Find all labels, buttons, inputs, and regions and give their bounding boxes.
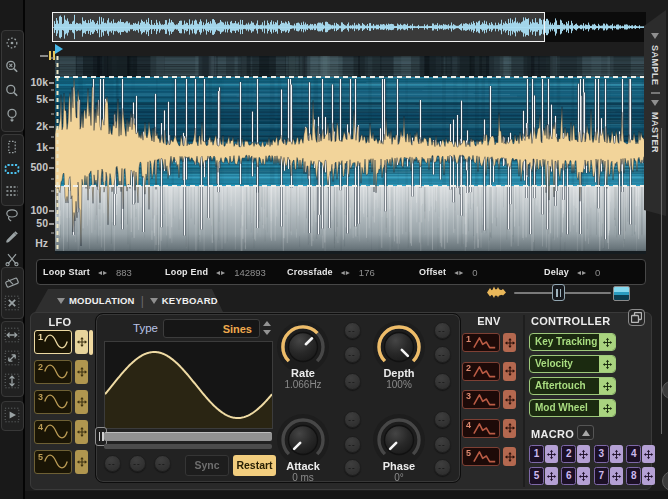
scissors-tool-button[interactable]	[2, 249, 22, 269]
knob-mod-slot[interactable]: --	[434, 436, 451, 453]
lfo-slot-2[interactable]: 2	[34, 360, 72, 384]
controller-drag-handle[interactable]	[599, 356, 615, 372]
lfo-slot-1[interactable]: 1	[34, 330, 72, 354]
loop-field-value[interactable]: 883	[116, 267, 132, 278]
type-spinner-up-icon[interactable]	[263, 321, 271, 326]
knob-mod-slot[interactable]: --	[434, 373, 451, 390]
lfo-mod-slot[interactable]: --	[104, 455, 121, 472]
controller-mod-wheel[interactable]: Mod Wheel	[529, 399, 616, 417]
macro-5[interactable]: 5	[529, 467, 558, 485]
env-slot-3[interactable]: 3	[462, 390, 500, 409]
controller-drag-handle[interactable]	[599, 400, 615, 416]
type-spinner-down-icon[interactable]	[263, 330, 271, 335]
lfo-slot-4[interactable]: 4	[34, 420, 72, 444]
env-slot-3-drag-handle[interactable]	[503, 390, 516, 409]
knob-mod-slot[interactable]: --	[344, 373, 361, 390]
lfo-mod-slot[interactable]: --	[154, 455, 171, 472]
waveform-overview[interactable]	[52, 12, 646, 42]
knob-mod-slot[interactable]: --	[434, 411, 451, 428]
lfo-slot-5-drag-handle[interactable]	[75, 450, 88, 474]
zoom-out-tool-button[interactable]	[2, 57, 22, 77]
lfo-wave-scrollbar[interactable]	[104, 432, 272, 441]
lfo-slot-3[interactable]: 3	[34, 390, 72, 414]
controller-drag-handle[interactable]	[599, 378, 615, 394]
lfo-slot-5[interactable]: 5	[34, 450, 72, 474]
macro-2[interactable]: 2	[561, 445, 590, 463]
delete-selection-tool-button[interactable]	[2, 293, 22, 313]
lfo-slot-4-drag-handle[interactable]	[75, 420, 88, 444]
nudge-arrows-icon[interactable]: ◂▸	[216, 268, 226, 277]
tab-modulation[interactable]: MODULATION	[69, 295, 135, 306]
macro-7[interactable]: 7	[594, 467, 623, 485]
adjust-tool-button[interactable]	[2, 33, 22, 53]
macro-6[interactable]: 6	[561, 467, 590, 485]
knob-mod-slot[interactable]: --	[344, 346, 361, 363]
loop-field-value[interactable]: 142893	[234, 267, 266, 278]
env-slot-2-drag-handle[interactable]	[503, 362, 516, 381]
env-slot-2[interactable]: 2	[462, 362, 500, 381]
nudge-arrows-icon[interactable]: ◂▸	[577, 268, 587, 277]
nudge-arrows-icon[interactable]: ◂▸	[98, 268, 108, 277]
loop-field-value[interactable]: 176	[359, 267, 375, 278]
lfo-slot-3-drag-handle[interactable]	[75, 390, 88, 414]
env-slot-5-drag-handle[interactable]	[503, 447, 516, 466]
knob-mod-slot[interactable]: --	[344, 322, 361, 339]
knob-mod-slot[interactable]: --	[344, 436, 361, 453]
macro-3[interactable]: 3	[594, 445, 623, 463]
macro-1[interactable]: 1	[529, 445, 558, 463]
macro-drag-handle[interactable]	[545, 445, 558, 463]
pan-tool-button[interactable]	[2, 105, 22, 125]
knob-mod-slot[interactable]: --	[344, 459, 361, 476]
env-slot-4-drag-handle[interactable]	[503, 419, 516, 438]
controller-drag-handle[interactable]	[599, 334, 615, 350]
macro-8[interactable]: 8	[626, 467, 655, 485]
shift-vertical-tool-button[interactable]	[2, 371, 22, 391]
marquee-box-tool-button[interactable]	[2, 159, 22, 179]
lfo-slot-1-drag-handle[interactable]	[75, 330, 88, 354]
macro-drag-handle[interactable]	[610, 445, 623, 463]
playhead-icon[interactable]	[55, 44, 63, 54]
tab-keyboard[interactable]: KEYBOARD	[162, 295, 218, 306]
eraser-tool-button[interactable]	[2, 271, 22, 291]
view-blend-slider-handle[interactable]	[552, 284, 565, 301]
controller-key-tracking[interactable]: Key Tracking	[529, 333, 616, 351]
nudge-arrows-icon[interactable]: ◂▸	[341, 268, 351, 277]
lfo-slot-2-drag-handle[interactable]	[75, 360, 88, 384]
lasso-tool-button[interactable]	[2, 205, 22, 225]
env-slot-4[interactable]: 4	[462, 419, 500, 438]
knob-mod-slot[interactable]: --	[434, 459, 451, 476]
marquee-vertical-tool-button[interactable]	[2, 137, 22, 157]
nudge-arrows-icon[interactable]: ◂▸	[454, 268, 464, 277]
lfo-wave-scrollbar-2[interactable]	[104, 444, 272, 449]
knob-mod-slot[interactable]: --	[434, 322, 451, 339]
macro-drag-handle[interactable]	[610, 467, 623, 485]
spectrogram-waveform-display[interactable]	[55, 56, 646, 254]
knob-mod-slot[interactable]: --	[434, 346, 451, 363]
macro-drag-handle[interactable]	[642, 467, 655, 485]
controller-velocity[interactable]: Velocity	[529, 355, 616, 373]
lfo-type-dropdown[interactable]: Sines	[163, 319, 260, 338]
macro-drag-handle[interactable]	[577, 467, 590, 485]
macro-drag-handle[interactable]	[642, 445, 655, 463]
shift-free-tool-button[interactable]	[2, 348, 22, 368]
macro-drag-handle[interactable]	[577, 445, 590, 463]
macro-4[interactable]: 4	[626, 445, 655, 463]
env-slot-1-drag-handle[interactable]	[503, 333, 516, 352]
brush-tool-button[interactable]	[2, 227, 22, 247]
waveform-view-icon[interactable]	[486, 285, 507, 300]
tab-master[interactable]: MASTER	[650, 112, 660, 153]
controller-aftertouch[interactable]: Aftertouch	[529, 377, 616, 395]
shift-horizontal-tool-button[interactable]	[2, 325, 22, 345]
macro-collapse-button[interactable]	[577, 425, 594, 440]
zoom-in-tool-button[interactable]	[2, 81, 22, 101]
loop-field-value[interactable]: 0	[595, 267, 600, 278]
sync-button[interactable]: Sync	[185, 455, 229, 476]
macro-drag-handle[interactable]	[545, 467, 558, 485]
marquee-rows-tool-button[interactable]	[2, 181, 22, 201]
lfo-mod-slot[interactable]: --	[129, 455, 146, 472]
loop-field-value[interactable]: 0	[472, 267, 477, 278]
play-selection-tool-button[interactable]	[2, 405, 22, 425]
knob-mod-slot[interactable]: --	[344, 411, 361, 428]
env-slot-5[interactable]: 5	[462, 447, 500, 466]
copy-button[interactable]	[628, 309, 645, 326]
